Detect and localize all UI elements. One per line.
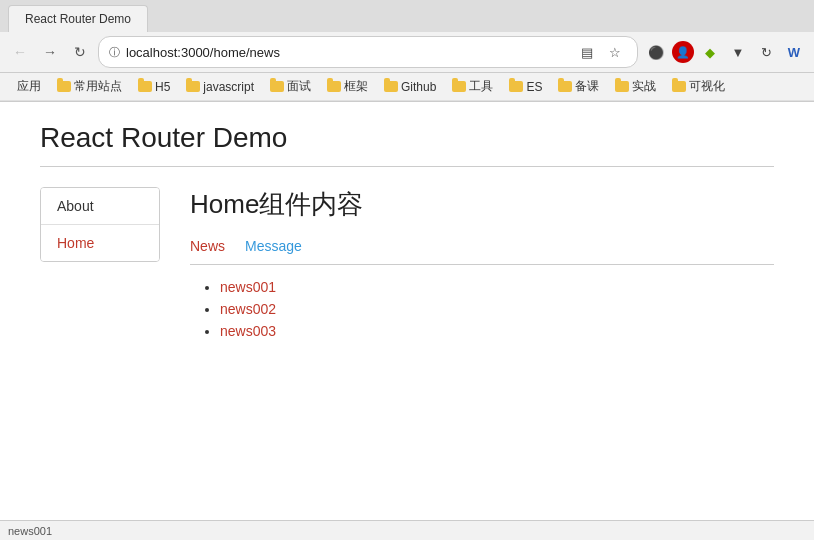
bookmarks-bar: ⁢⁢⁢ 应用 常用站点 H5 javascript 面试 框架 Github bbox=[0, 73, 814, 101]
avatar-icon[interactable]: 👤 bbox=[672, 41, 694, 63]
news002-link[interactable]: news002 bbox=[220, 301, 276, 317]
subnav-message-label: Message bbox=[245, 238, 302, 254]
back-icon: ← bbox=[13, 44, 27, 60]
url-text: localhost:3000/home/news bbox=[126, 45, 569, 60]
folder-icon bbox=[452, 81, 466, 92]
page-content: React Router Demo About Home Home组件内容 Ne… bbox=[0, 102, 814, 502]
bookmark-apps[interactable]: ⁢⁢⁢ 应用 bbox=[8, 76, 47, 97]
browser-chrome: React Router Demo ← → ↻ ⓘ localhost:3000… bbox=[0, 0, 814, 102]
bookmark-interview[interactable]: 面试 bbox=[264, 76, 317, 97]
bookmark-practice[interactable]: 实战 bbox=[609, 76, 662, 97]
browser-tab-active[interactable]: React Router Demo bbox=[8, 5, 148, 32]
news-list: news001 news002 news003 bbox=[190, 279, 774, 339]
bookmark-interview-label: 面试 bbox=[287, 78, 311, 95]
bookmark-javascript[interactable]: javascript bbox=[180, 78, 260, 96]
down-arrow-icon[interactable]: ▼ bbox=[726, 40, 750, 64]
bookmark-common-label: 常用站点 bbox=[74, 78, 122, 95]
screenshot-icon[interactable]: ▤ bbox=[575, 40, 599, 64]
title-divider bbox=[40, 166, 774, 167]
component-title: Home组件内容 bbox=[190, 187, 774, 222]
folder-icon bbox=[57, 81, 71, 92]
sidebar-home-label: Home bbox=[57, 235, 94, 251]
bookmark-apps-label: 应用 bbox=[17, 78, 41, 95]
sync-icon[interactable]: ↻ bbox=[754, 40, 778, 64]
info-icon: ⓘ bbox=[109, 45, 120, 60]
folder-icon bbox=[615, 81, 629, 92]
main-area: Home组件内容 News Message news001 news002 bbox=[160, 187, 774, 345]
address-actions: ▤ ☆ bbox=[575, 40, 627, 64]
subnav-news[interactable]: News bbox=[190, 238, 225, 254]
bookmark-github-label: Github bbox=[401, 80, 436, 94]
bookmark-visual[interactable]: 可视化 bbox=[666, 76, 731, 97]
bookmark-visual-label: 可视化 bbox=[689, 78, 725, 95]
browser-toolbar: ← → ↻ ⓘ localhost:3000/home/news ▤ ☆ ⚫ 👤… bbox=[0, 32, 814, 73]
bookmark-backup[interactable]: 备课 bbox=[552, 76, 605, 97]
folder-icon bbox=[672, 81, 686, 92]
forward-button[interactable]: → bbox=[38, 40, 62, 64]
bookmark-tools-label: 工具 bbox=[469, 78, 493, 95]
main-layout: About Home Home组件内容 News Message bbox=[40, 187, 774, 345]
bookmark-tools[interactable]: 工具 bbox=[446, 76, 499, 97]
folder-icon bbox=[384, 81, 398, 92]
bookmark-framework[interactable]: 框架 bbox=[321, 76, 374, 97]
list-item: news002 bbox=[220, 301, 774, 317]
bookmark-h5[interactable]: H5 bbox=[132, 78, 176, 96]
bookmark-practice-label: 实战 bbox=[632, 78, 656, 95]
sidebar-about-label: About bbox=[57, 198, 94, 214]
list-item: news003 bbox=[220, 323, 774, 339]
folder-icon bbox=[186, 81, 200, 92]
sidebar-item-home[interactable]: Home bbox=[41, 225, 159, 261]
bookmark-h5-label: H5 bbox=[155, 80, 170, 94]
sub-nav: News Message bbox=[190, 238, 774, 254]
reload-button[interactable]: ↻ bbox=[68, 40, 92, 64]
bookmark-js-label: javascript bbox=[203, 80, 254, 94]
sub-divider bbox=[190, 264, 774, 265]
browser-tabs: React Router Demo bbox=[0, 0, 814, 32]
list-item: news001 bbox=[220, 279, 774, 295]
star-icon[interactable]: ☆ bbox=[603, 40, 627, 64]
bookmark-es[interactable]: ES bbox=[503, 78, 548, 96]
app-title: React Router Demo bbox=[40, 122, 774, 154]
folder-icon bbox=[558, 81, 572, 92]
sidebar-nav: About Home bbox=[40, 187, 160, 262]
bookmark-github[interactable]: Github bbox=[378, 78, 442, 96]
subnav-news-label: News bbox=[190, 238, 225, 254]
folder-icon bbox=[509, 81, 523, 92]
toolbar-icons: ⚫ 👤 ◆ ▼ ↻ W bbox=[644, 40, 806, 64]
feedly-icon[interactable]: ◆ bbox=[698, 40, 722, 64]
news001-link[interactable]: news001 bbox=[220, 279, 276, 295]
forward-icon: → bbox=[43, 44, 57, 60]
sidebar-item-about[interactable]: About bbox=[41, 188, 159, 225]
bookmark-common[interactable]: 常用站点 bbox=[51, 76, 128, 97]
folder-icon bbox=[138, 81, 152, 92]
folder-icon bbox=[327, 81, 341, 92]
subnav-message[interactable]: Message bbox=[245, 238, 302, 254]
bookmark-framework-label: 框架 bbox=[344, 78, 368, 95]
bookmark-backup-label: 备课 bbox=[575, 78, 599, 95]
reload-icon: ↻ bbox=[74, 44, 86, 60]
extensions-icon[interactable]: ⚫ bbox=[644, 40, 668, 64]
tab-title: React Router Demo bbox=[25, 12, 131, 26]
address-bar[interactable]: ⓘ localhost:3000/home/news ▤ ☆ bbox=[98, 36, 638, 68]
folder-icon bbox=[270, 81, 284, 92]
back-button[interactable]: ← bbox=[8, 40, 32, 64]
news003-link[interactable]: news003 bbox=[220, 323, 276, 339]
bookmark-es-label: ES bbox=[526, 80, 542, 94]
word-icon[interactable]: W bbox=[782, 40, 806, 64]
